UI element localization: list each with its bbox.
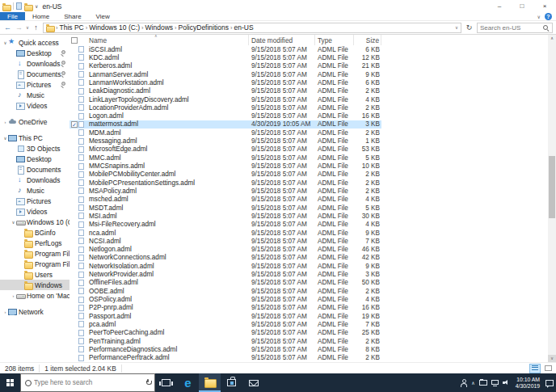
file-row-microsoftedge-adml[interactable]: MicrosoftEdge.adml9/15/2018 5:07 AMADML … bbox=[70, 145, 381, 154]
tree-collapsed-chevron-icon[interactable]: › bbox=[2, 310, 8, 314]
file-row-networkconnections-adml[interactable]: NetworkConnections.adml9/15/2018 5:07 AM… bbox=[70, 254, 381, 262]
sidebar-item-music[interactable]: Music bbox=[0, 185, 70, 196]
file-row-offlinefiles-adml[interactable]: OfflineFiles.adml9/15/2018 5:07 AMADML F… bbox=[70, 279, 381, 287]
sidebar-item-windows[interactable]: Windows bbox=[0, 280, 70, 290]
sidebar-item-documents[interactable]: Documents bbox=[0, 164, 70, 175]
file-row-pca-adml[interactable]: pca.adml9/15/2018 5:07 AMADML File7 KB bbox=[70, 320, 381, 328]
breadcrumb-segment-policydefinitions[interactable]: PolicyDefinitions bbox=[177, 23, 230, 32]
breadcrumb-segment-this-pc[interactable]: This PC bbox=[58, 23, 86, 32]
people-icon[interactable] bbox=[460, 379, 467, 386]
column-header-name[interactable]: Name ∧ bbox=[70, 35, 249, 45]
explorer-search-box[interactable] bbox=[477, 23, 553, 33]
start-button[interactable] bbox=[0, 373, 20, 392]
sidebar-item-pictures[interactable]: Pictures bbox=[0, 79, 70, 90]
sidebar-item-pictures[interactable]: Pictures bbox=[0, 196, 70, 206]
sidebar-item-home-on-mac-z[interactable]: ›Home on 'Mac' (Z:) bbox=[0, 290, 70, 301]
scrollbar-thumb[interactable] bbox=[549, 156, 555, 218]
tray-folder-icon[interactable] bbox=[479, 380, 487, 386]
task-view-button[interactable] bbox=[155, 373, 177, 392]
file-row-lanmanserver-adml[interactable]: LanmanServer.adml9/15/2018 5:07 AMADML F… bbox=[70, 70, 381, 78]
volume-icon[interactable] bbox=[503, 379, 510, 386]
file-row-networkprovider-adml[interactable]: NetworkProvider.adml9/15/2018 5:07 AMADM… bbox=[70, 270, 381, 278]
sidebar-item-documents[interactable]: Documents bbox=[0, 69, 70, 79]
recent-locations-chevron-icon[interactable]: ∨ bbox=[26, 25, 29, 30]
file-row-msi-adml[interactable]: MSI.adml9/15/2018 5:07 AMADML File30 KB bbox=[70, 212, 381, 220]
breadcrumb-segment-windows[interactable]: Windows bbox=[144, 23, 175, 32]
sidebar-item-onedrive[interactable]: ›OneDrive bbox=[0, 116, 70, 127]
scroll-up-icon[interactable]: ∧ bbox=[548, 35, 556, 42]
sidebar-item-videos[interactable]: Videos bbox=[0, 206, 70, 217]
scroll-down-icon[interactable]: ∨ bbox=[548, 355, 556, 362]
minimize-button[interactable]: – bbox=[488, 0, 511, 12]
file-row-p2p-pnrp-adml[interactable]: P2P-pnrp.adml9/15/2018 5:07 AMADML File1… bbox=[70, 304, 381, 312]
file-row-mdm-adml[interactable]: MDM.adml9/15/2018 5:07 AMADML File2 KB bbox=[70, 129, 381, 137]
file-explorer-button[interactable] bbox=[199, 373, 221, 392]
file-row-mobilepcmobilitycenter-adml[interactable]: MobilePCMobilityCenter.adml9/15/2018 5:0… bbox=[70, 171, 381, 179]
sidebar-item-windows-10-c[interactable]: ∨Windows 10 (C:) bbox=[0, 217, 70, 227]
sidebar-item-desktop[interactable]: Desktop bbox=[0, 154, 70, 164]
expand-ribbon-chevron-icon[interactable]: ∨ bbox=[537, 14, 541, 19]
mail-button[interactable] bbox=[242, 373, 264, 392]
help-icon[interactable]: ? bbox=[545, 13, 552, 20]
tray-expand-chevron-icon[interactable]: ∧ bbox=[471, 380, 474, 386]
file-row-mmcsnapins-adml[interactable]: MMCSnapins.adml9/15/2018 5:07 AMADML Fil… bbox=[70, 162, 381, 170]
file-row-messaging-adml[interactable]: Messaging.adml9/15/2018 5:07 AMADML File… bbox=[70, 137, 381, 145]
action-center-icon[interactable] bbox=[545, 380, 554, 386]
file-row-msapolicy-adml[interactable]: MSAPolicy.adml9/15/2018 5:07 AMADML File… bbox=[70, 187, 381, 195]
sidebar-item-this-pc[interactable]: ∨This PC bbox=[0, 133, 70, 143]
file-row-linklayertopologydiscovery-adml[interactable]: LinkLayerTopologyDiscovery.adml9/15/2018… bbox=[70, 95, 381, 103]
vertical-scrollbar[interactable]: ∧ ∨ bbox=[548, 35, 556, 362]
column-header-date-modified[interactable]: Date modified bbox=[249, 35, 315, 45]
tab-view[interactable]: View bbox=[89, 12, 117, 20]
sidebar-item-network[interactable]: ›Network bbox=[0, 306, 70, 317]
file-row-pentraining-adml[interactable]: PenTraining.adml9/15/2018 5:07 AMADML Fi… bbox=[70, 337, 381, 345]
address-bar[interactable]: ›This PC›Windows 10 (C:)›Windows›PolicyD… bbox=[43, 23, 461, 33]
taskbar-clock[interactable]: 10:10 AM 4/30/2019 bbox=[516, 377, 540, 389]
tree-collapsed-chevron-icon[interactable]: › bbox=[2, 120, 8, 124]
store-button[interactable] bbox=[221, 373, 242, 392]
customize-qat-chevron-icon[interactable]: ∨ bbox=[35, 3, 38, 9]
breadcrumb-segment-windows-10-c[interactable]: Windows 10 (C:) bbox=[87, 23, 141, 32]
sidebar-item-bginfo[interactable]: BGinfo bbox=[0, 227, 70, 238]
file-row-lanmanworkstation-adml[interactable]: LanmanWorkstation.adml9/15/2018 5:07 AMA… bbox=[70, 78, 381, 86]
tab-home[interactable]: Home bbox=[25, 12, 57, 20]
new-folder-icon[interactable] bbox=[24, 3, 32, 10]
microphone-icon[interactable] bbox=[145, 379, 150, 386]
sidebar-item-program-files-x86[interactable]: Program Files (x86) bbox=[0, 259, 70, 269]
tree-expanded-chevron-icon[interactable]: ∨ bbox=[2, 136, 8, 141]
file-row-msi-filerecovery-adml[interactable]: Msi-FileRecovery.adml9/15/2018 5:07 AMAD… bbox=[70, 221, 381, 229]
row-checkbox-checked[interactable]: ✓ bbox=[71, 121, 78, 128]
sidebar-item-downloads[interactable]: Downloads bbox=[0, 175, 70, 185]
forward-button[interactable]: → bbox=[15, 23, 23, 32]
file-row-peertopeercaching-adml[interactable]: PeerToPeerCaching.adml9/15/2018 5:07 AMA… bbox=[70, 329, 381, 337]
file-row-ospolicy-adml[interactable]: OSPolicy.adml9/15/2018 5:07 AMADML File4… bbox=[70, 295, 381, 303]
close-button[interactable]: × bbox=[533, 0, 556, 12]
file-row-nca-adml[interactable]: nca.adml9/15/2018 5:07 AMADML File9 KB bbox=[70, 229, 381, 237]
file-row-mattermost-adml[interactable]: ✓mattermost.adml4/30/2019 10:05 AMADML F… bbox=[70, 120, 381, 129]
select-all-checkbox[interactable] bbox=[71, 37, 78, 44]
column-header-size[interactable]: Size bbox=[354, 35, 381, 45]
file-row-performancediagnostics-adml[interactable]: PerformanceDiagnostics.adml9/15/2018 5:0… bbox=[70, 345, 381, 353]
file-row-networkisolation-adml[interactable]: NetworkIsolation.adml9/15/2018 5:07 AMAD… bbox=[70, 262, 381, 270]
address-dropdown-chevron-icon[interactable]: ∨ bbox=[455, 25, 458, 30]
edge-button[interactable]: e bbox=[177, 373, 199, 392]
file-row-iscsi-adml[interactable]: iSCSI.adml9/15/2018 5:07 AMADML File6 KB bbox=[70, 45, 381, 53]
tree-expanded-chevron-icon[interactable]: ∨ bbox=[11, 220, 16, 225]
sidebar-item-desktop[interactable]: Desktop bbox=[0, 48, 70, 58]
up-button[interactable]: ↑ bbox=[32, 23, 40, 32]
tab-file[interactable]: File bbox=[0, 12, 25, 20]
file-row-mobilepcpresentationsettings-adml[interactable]: MobilePCPresentationSettings.adml9/15/20… bbox=[70, 179, 381, 187]
breadcrumb-segment-en-us[interactable]: en-US bbox=[232, 23, 255, 32]
network-icon[interactable] bbox=[491, 380, 499, 385]
file-row-performanceperftrack-adml[interactable]: PerformancePerftrack.adml9/15/2018 5:07 … bbox=[70, 354, 381, 362]
file-row-mmc-adml[interactable]: MMC.adml9/15/2018 5:07 AMADML File5 KB bbox=[70, 154, 381, 162]
maximize-button[interactable]: □ bbox=[511, 0, 533, 12]
taskbar-search-input[interactable] bbox=[34, 379, 143, 386]
file-row-msdt-adml[interactable]: MSDT.adml9/15/2018 5:07 AMADML File5 KB bbox=[70, 204, 381, 212]
sidebar-item-perflogs[interactable]: PerfLogs bbox=[0, 238, 70, 248]
file-row-ncsi-adml[interactable]: NCSI.adml9/15/2018 5:07 AMADML File7 KB bbox=[70, 237, 381, 245]
sidebar-item-videos[interactable]: Videos bbox=[0, 100, 70, 111]
file-row-kdc-adml[interactable]: KDC.adml9/15/2018 5:07 AMADML File12 KB bbox=[70, 53, 381, 61]
details-view-button[interactable] bbox=[529, 364, 541, 373]
properties-icon[interactable] bbox=[16, 2, 22, 10]
